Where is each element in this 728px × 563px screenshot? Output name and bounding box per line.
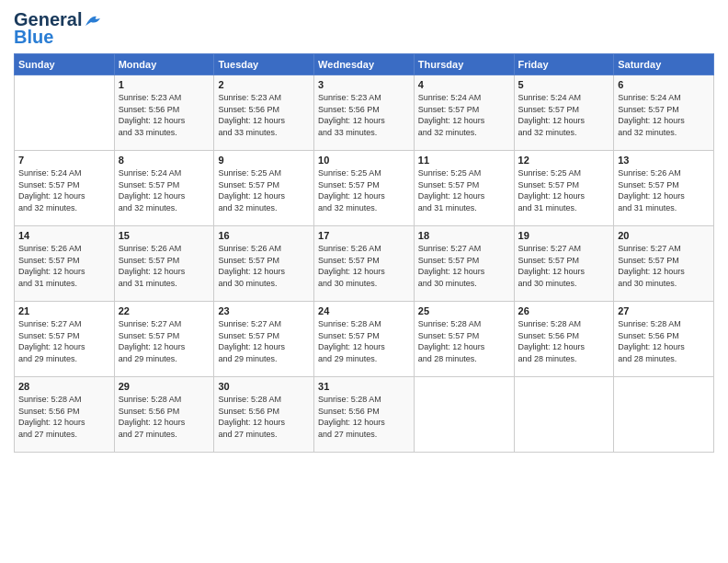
cell-info: Sunrise: 5:27 AM Sunset: 5:57 PM Dayligh…: [119, 318, 210, 364]
cell-info: Sunrise: 5:24 AM Sunset: 5:57 PM Dayligh…: [518, 92, 610, 138]
week-row-3: 21Sunrise: 5:27 AM Sunset: 5:57 PM Dayli…: [15, 302, 714, 377]
calendar-cell: 15Sunrise: 5:26 AM Sunset: 5:57 PM Dayli…: [114, 226, 214, 302]
calendar-cell: 20Sunrise: 5:27 AM Sunset: 5:57 PM Dayli…: [614, 226, 714, 302]
cell-info: Sunrise: 5:26 AM Sunset: 5:57 PM Dayligh…: [18, 243, 110, 289]
calendar-cell: 9Sunrise: 5:25 AM Sunset: 5:57 PM Daylig…: [214, 151, 314, 226]
calendar-cell: 3Sunrise: 5:23 AM Sunset: 5:56 PM Daylig…: [314, 75, 415, 151]
calendar-cell: [15, 75, 115, 151]
calendar-cell: 19Sunrise: 5:27 AM Sunset: 5:57 PM Dayli…: [514, 226, 614, 302]
cell-date: 14: [18, 230, 110, 241]
calendar-cell: 25Sunrise: 5:28 AM Sunset: 5:57 PM Dayli…: [414, 302, 514, 377]
cell-info: Sunrise: 5:27 AM Sunset: 5:57 PM Dayligh…: [518, 243, 610, 289]
calendar-cell: 14Sunrise: 5:26 AM Sunset: 5:57 PM Dayli…: [15, 226, 115, 302]
day-header-thursday: Thursday: [414, 54, 514, 75]
calendar-cell: 17Sunrise: 5:26 AM Sunset: 5:57 PM Dayli…: [314, 226, 415, 302]
cell-info: Sunrise: 5:26 AM Sunset: 5:57 PM Dayligh…: [218, 243, 310, 289]
calendar-cell: 16Sunrise: 5:26 AM Sunset: 5:57 PM Dayli…: [214, 226, 314, 302]
calendar-page: General Blue SundayMondayTuesdayWednesda…: [0, 0, 728, 563]
header: General Blue: [14, 9, 714, 48]
calendar-cell: 22Sunrise: 5:27 AM Sunset: 5:57 PM Dayli…: [114, 302, 214, 377]
cell-info: Sunrise: 5:28 AM Sunset: 5:57 PM Dayligh…: [418, 318, 510, 364]
week-row-1: 7Sunrise: 5:24 AM Sunset: 5:57 PM Daylig…: [15, 151, 714, 226]
cell-info: Sunrise: 5:28 AM Sunset: 5:56 PM Dayligh…: [318, 394, 410, 440]
cell-info: Sunrise: 5:27 AM Sunset: 5:57 PM Dayligh…: [618, 243, 710, 289]
cell-info: Sunrise: 5:28 AM Sunset: 5:56 PM Dayligh…: [119, 394, 210, 440]
cell-date: 28: [18, 381, 110, 392]
cell-info: Sunrise: 5:25 AM Sunset: 5:57 PM Dayligh…: [218, 167, 310, 213]
calendar-cell: 28Sunrise: 5:28 AM Sunset: 5:56 PM Dayli…: [15, 377, 115, 453]
calendar-cell: 1Sunrise: 5:23 AM Sunset: 5:56 PM Daylig…: [114, 75, 214, 151]
calendar-cell: 7Sunrise: 5:24 AM Sunset: 5:57 PM Daylig…: [15, 151, 115, 226]
cell-info: Sunrise: 5:25 AM Sunset: 5:57 PM Dayligh…: [518, 167, 610, 213]
cell-info: Sunrise: 5:24 AM Sunset: 5:57 PM Dayligh…: [119, 167, 210, 213]
logo-blue: Blue: [14, 27, 53, 48]
calendar-cell: 13Sunrise: 5:26 AM Sunset: 5:57 PM Dayli…: [614, 151, 714, 226]
cell-info: Sunrise: 5:26 AM Sunset: 5:57 PM Dayligh…: [119, 243, 210, 289]
calendar-table: SundayMondayTuesdayWednesdayThursdayFrid…: [14, 53, 714, 453]
cell-date: 13: [618, 155, 710, 166]
cell-date: 7: [18, 155, 110, 166]
calendar-cell: 8Sunrise: 5:24 AM Sunset: 5:57 PM Daylig…: [114, 151, 214, 226]
day-header-sunday: Sunday: [15, 54, 115, 75]
logo-bird-icon: [84, 13, 104, 28]
cell-info: Sunrise: 5:28 AM Sunset: 5:56 PM Dayligh…: [218, 394, 310, 440]
cell-date: 20: [618, 230, 710, 241]
cell-info: Sunrise: 5:28 AM Sunset: 5:56 PM Dayligh…: [618, 318, 710, 364]
day-header-saturday: Saturday: [614, 54, 714, 75]
day-header-wednesday: Wednesday: [314, 54, 415, 75]
calendar-cell: [414, 377, 514, 453]
cell-date: 8: [119, 155, 210, 166]
cell-date: 10: [318, 155, 410, 166]
cell-date: 5: [518, 79, 610, 90]
cell-info: Sunrise: 5:25 AM Sunset: 5:57 PM Dayligh…: [318, 167, 410, 213]
cell-date: 23: [218, 305, 310, 316]
calendar-cell: 6Sunrise: 5:24 AM Sunset: 5:57 PM Daylig…: [614, 75, 714, 151]
cell-date: 4: [418, 79, 510, 90]
cell-date: 17: [318, 230, 410, 241]
cell-date: 16: [218, 230, 310, 241]
day-header-friday: Friday: [514, 54, 614, 75]
calendar-cell: 12Sunrise: 5:25 AM Sunset: 5:57 PM Dayli…: [514, 151, 614, 226]
logo: General Blue: [14, 9, 104, 48]
cell-info: Sunrise: 5:25 AM Sunset: 5:57 PM Dayligh…: [418, 167, 510, 213]
calendar-cell: 23Sunrise: 5:27 AM Sunset: 5:57 PM Dayli…: [214, 302, 314, 377]
calendar-cell: 21Sunrise: 5:27 AM Sunset: 5:57 PM Dayli…: [15, 302, 115, 377]
cell-info: Sunrise: 5:23 AM Sunset: 5:56 PM Dayligh…: [218, 92, 310, 138]
cell-info: Sunrise: 5:27 AM Sunset: 5:57 PM Dayligh…: [218, 318, 310, 364]
cell-date: 2: [218, 79, 310, 90]
cell-date: 29: [119, 381, 210, 392]
cell-date: 31: [318, 381, 410, 392]
cell-date: 18: [418, 230, 510, 241]
cell-date: 1: [119, 79, 210, 90]
week-row-2: 14Sunrise: 5:26 AM Sunset: 5:57 PM Dayli…: [15, 226, 714, 302]
day-header-monday: Monday: [114, 54, 214, 75]
calendar-cell: 5Sunrise: 5:24 AM Sunset: 5:57 PM Daylig…: [514, 75, 614, 151]
calendar-cell: 26Sunrise: 5:28 AM Sunset: 5:56 PM Dayli…: [514, 302, 614, 377]
cell-date: 6: [618, 79, 710, 90]
cell-date: 11: [418, 155, 510, 166]
calendar-cell: [614, 377, 714, 453]
cell-info: Sunrise: 5:28 AM Sunset: 5:56 PM Dayligh…: [18, 394, 110, 440]
calendar-cell: 27Sunrise: 5:28 AM Sunset: 5:56 PM Dayli…: [614, 302, 714, 377]
cell-date: 30: [218, 381, 310, 392]
cell-info: Sunrise: 5:24 AM Sunset: 5:57 PM Dayligh…: [18, 167, 110, 213]
calendar-cell: 4Sunrise: 5:24 AM Sunset: 5:57 PM Daylig…: [414, 75, 514, 151]
cell-date: 27: [618, 305, 710, 316]
header-row: SundayMondayTuesdayWednesdayThursdayFrid…: [15, 54, 714, 75]
cell-date: 24: [318, 305, 410, 316]
cell-info: Sunrise: 5:26 AM Sunset: 5:57 PM Dayligh…: [618, 167, 710, 213]
cell-info: Sunrise: 5:27 AM Sunset: 5:57 PM Dayligh…: [418, 243, 510, 289]
cell-date: 26: [518, 305, 610, 316]
calendar-cell: 29Sunrise: 5:28 AM Sunset: 5:56 PM Dayli…: [114, 377, 214, 453]
cell-info: Sunrise: 5:27 AM Sunset: 5:57 PM Dayligh…: [18, 318, 110, 364]
cell-date: 12: [518, 155, 610, 166]
calendar-body: 1Sunrise: 5:23 AM Sunset: 5:56 PM Daylig…: [15, 75, 714, 453]
calendar-cell: 30Sunrise: 5:28 AM Sunset: 5:56 PM Dayli…: [214, 377, 314, 453]
calendar-cell: 24Sunrise: 5:28 AM Sunset: 5:57 PM Dayli…: [314, 302, 415, 377]
cell-info: Sunrise: 5:28 AM Sunset: 5:57 PM Dayligh…: [318, 318, 410, 364]
cell-date: 19: [518, 230, 610, 241]
cell-info: Sunrise: 5:26 AM Sunset: 5:57 PM Dayligh…: [318, 243, 410, 289]
cell-info: Sunrise: 5:28 AM Sunset: 5:56 PM Dayligh…: [518, 318, 610, 364]
cell-date: 21: [18, 305, 110, 316]
cell-info: Sunrise: 5:24 AM Sunset: 5:57 PM Dayligh…: [418, 92, 510, 138]
